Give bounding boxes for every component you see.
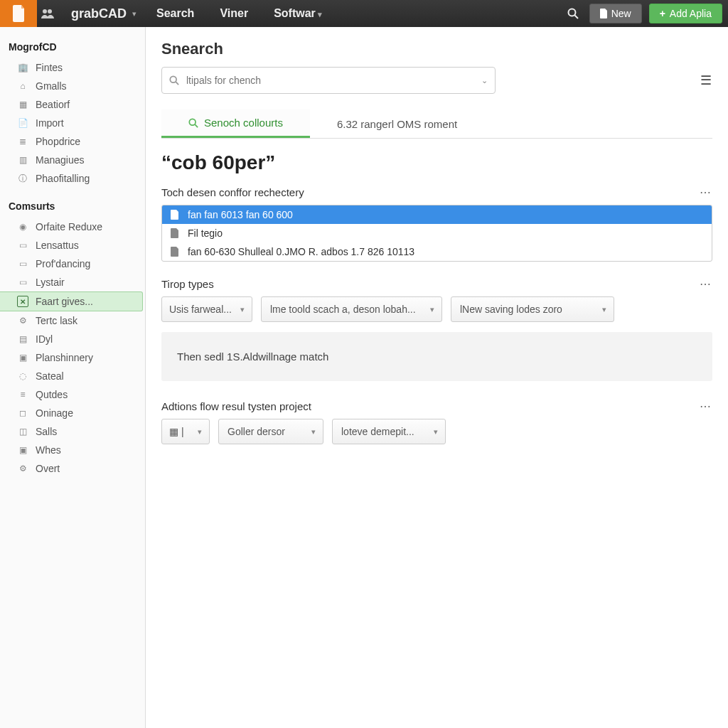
new-button-label: New xyxy=(611,8,631,19)
filter-select[interactable]: loteve demepit... xyxy=(332,419,446,444)
sidebar-item-label: Managiues xyxy=(36,154,85,166)
tab-label: Senoch collourts xyxy=(204,117,283,129)
info-icon: ⓘ xyxy=(17,173,28,184)
sidebar-item[interactable]: 🏢Fintes xyxy=(0,58,145,77)
file-icon xyxy=(600,9,607,18)
result-label: Fil tegio xyxy=(188,228,223,239)
sidebar-item[interactable]: 📄Import xyxy=(0,114,145,132)
sidebar-item[interactable]: ◻Oninage xyxy=(0,404,145,422)
filter-select[interactable]: Goller dersor xyxy=(218,419,323,444)
tab-search-results[interactable]: Senoch collourts xyxy=(161,109,310,138)
new-button[interactable]: New xyxy=(589,4,642,23)
briefcase-icon: ▣ xyxy=(17,444,28,456)
sidebar-item[interactable]: ◉Orfaite Reduxe xyxy=(0,218,145,236)
more-icon[interactable]: ⋯ xyxy=(700,186,712,199)
file-icon xyxy=(171,247,181,257)
result-row[interactable]: Fil tegio xyxy=(162,224,712,242)
box-icon: ◻ xyxy=(17,407,28,419)
folder-icon: ▭ xyxy=(17,258,28,269)
sidebar-heading-1: MogrofCD xyxy=(0,37,145,58)
sidebar-item[interactable]: ⚙Overt xyxy=(0,459,145,478)
page-title: Snearch xyxy=(161,40,712,58)
sidebar-item[interactable]: ▥Managiues xyxy=(0,151,145,169)
section-title: Adtions flow resul tysten project xyxy=(161,400,311,412)
sidebar-item-label: Tertc lask xyxy=(36,315,77,326)
filter-select[interactable]: lme toold scach a, deson lobah... xyxy=(261,296,442,322)
sidebar-item[interactable]: ✕Faart gives... xyxy=(0,291,143,311)
sidebar-item-label: Beatiorf xyxy=(36,99,70,110)
sidebar-item[interactable]: ▣Whes xyxy=(0,441,145,459)
sidebar-item-label: Faart gives... xyxy=(36,296,93,307)
filter-row-1: Usis farweal... lme toold scach a, deson… xyxy=(161,296,712,322)
sidebar-item[interactable]: ▣Planshinnery xyxy=(0,348,145,367)
svg-point-0 xyxy=(43,9,47,14)
sidebar-item-label: Salls xyxy=(36,426,57,437)
folder-icon: ▭ xyxy=(17,240,28,251)
sidebar-item[interactable]: ▭Lensattus xyxy=(0,236,145,255)
search-box[interactable]: ⌄ xyxy=(161,67,496,94)
sidebar-item[interactable]: ▭Lystair xyxy=(0,273,145,291)
nav-search[interactable]: Search xyxy=(156,7,194,20)
chart-icon: ◫ xyxy=(17,426,28,437)
add-button-label: Add Aplia xyxy=(670,8,712,19)
view-toggle[interactable]: ▦ | xyxy=(161,419,210,444)
building-icon: 🏢 xyxy=(17,62,28,73)
result-list: fan fan 6013 fan 60 600Fil tegiofan 60-6… xyxy=(161,205,712,262)
sidebar-item[interactable]: ▦Beatiorf xyxy=(0,95,145,114)
sidebar-item[interactable]: ⚙Tertc lask xyxy=(0,311,145,330)
sidebar-item[interactable]: ▤IDyl xyxy=(0,330,145,348)
query-heading: “cob 60per” xyxy=(161,151,712,174)
result-row[interactable]: fan 60-630 Shulleal 0.JMO R. adbos 1.7 8… xyxy=(162,242,712,261)
tab-secondary[interactable]: 6.32 rangerl OMS roment xyxy=(310,109,484,138)
more-icon[interactable]: ⋯ xyxy=(700,400,712,413)
sidebar-item-label: Oninage xyxy=(36,407,73,419)
file-icon xyxy=(171,228,181,238)
svg-point-6 xyxy=(189,119,196,125)
chevron-down-icon[interactable]: ⌄ xyxy=(481,76,488,85)
svg-line-5 xyxy=(176,82,178,85)
chevron-down-icon[interactable]: ▾ xyxy=(132,9,136,18)
sidebar-item[interactable]: ≣Phopdrice xyxy=(0,132,145,151)
filter-select[interactable]: Usis farweal... xyxy=(161,296,252,322)
svg-point-2 xyxy=(568,9,575,16)
sidebar-item[interactable]: ⓘPhaofitalling xyxy=(0,169,145,188)
sidebar: MogrofCD 🏢Fintes⌂Gmalls▦Beatiorf📄Import≣… xyxy=(0,27,146,728)
sidebar-item-label: Gmalls xyxy=(36,80,67,92)
file-icon: 📄 xyxy=(17,117,28,129)
search-input[interactable] xyxy=(186,75,474,86)
logo-icon xyxy=(11,5,26,22)
sidebar-item[interactable]: ◫Salls xyxy=(0,422,145,441)
search-icon[interactable] xyxy=(561,4,585,23)
more-icon[interactable]: ⋯ xyxy=(700,277,712,291)
home-icon: ⌂ xyxy=(17,80,28,92)
sidebar-item-label: Prof'dancing xyxy=(36,258,90,269)
hamburger-icon[interactable]: ☰ xyxy=(700,73,712,88)
sidebar-item[interactable]: ⌂Gmalls xyxy=(0,77,145,95)
sidebar-item[interactable]: ≡Qutdes xyxy=(0,385,145,404)
sidebar-item[interactable]: ▭Prof'dancing xyxy=(0,255,145,273)
nav-softwar[interactable]: Softwar xyxy=(274,7,322,20)
filter-row-2: ▦ | Goller dersor loteve demepit... xyxy=(161,419,712,444)
filter-select[interactable]: lNew saving lodes zoro xyxy=(451,296,614,322)
tab-label: 6.32 rangerl OMS roment xyxy=(337,118,457,130)
sidebar-item-label: Lensattus xyxy=(36,240,79,251)
people-icon[interactable] xyxy=(37,0,58,27)
sidebar-item-label: Fintes xyxy=(36,62,63,73)
sidebar-item[interactable]: ◌Sateal xyxy=(0,367,145,385)
sidebar-item-label: Import xyxy=(36,117,64,129)
nav-viner[interactable]: Viner xyxy=(220,7,248,20)
app-logo[interactable] xyxy=(0,0,37,27)
add-button[interactable]: + Add Aplia xyxy=(649,4,722,23)
briefcase-icon: ▣ xyxy=(17,352,28,363)
content-area: Snearch ⌄ ☰ Senoch collourts 6.32 ranger… xyxy=(146,27,728,728)
svg-line-3 xyxy=(574,16,578,19)
result-banner: Then sedl 1S.Aldwillnage match xyxy=(161,332,712,381)
doc-icon: ▤ xyxy=(17,333,28,345)
result-row[interactable]: fan fan 6013 fan 60 600 xyxy=(162,205,712,224)
brand-name[interactable]: grabCAD xyxy=(71,6,127,21)
plus-icon: + xyxy=(660,8,665,19)
sidebar-item-label: Planshinnery xyxy=(36,352,93,363)
user-icon: ◉ xyxy=(17,221,28,232)
column-icon: ▥ xyxy=(17,154,28,166)
bulb-icon: ◌ xyxy=(17,370,28,382)
